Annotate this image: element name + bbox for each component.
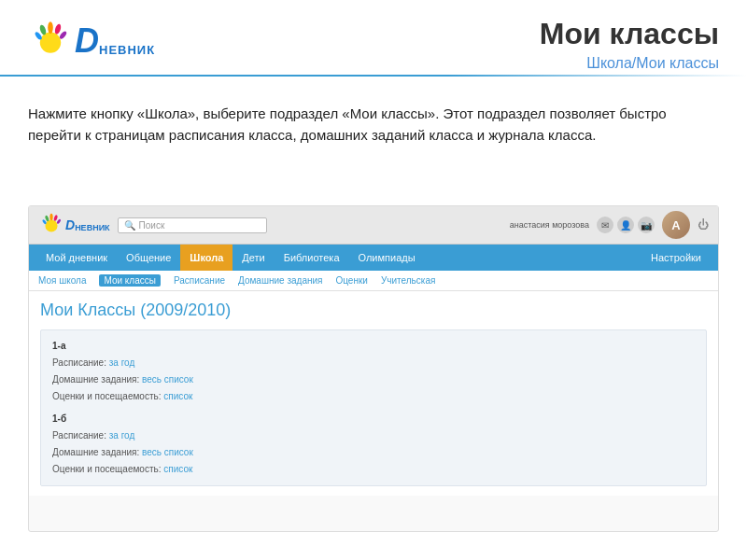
nav-item-school[interactable]: Школа bbox=[180, 245, 233, 271]
sub-nav: Моя школа Мои классы Расписание Домашние… bbox=[29, 271, 718, 291]
logo-area: D невник bbox=[28, 19, 155, 63]
sub-nav-teacher[interactable]: Учительская bbox=[381, 275, 435, 286]
user-icon[interactable]: 👤 bbox=[617, 217, 634, 233]
user-icons-group: ✉ 👤 📷 bbox=[597, 217, 655, 233]
svg-point-0 bbox=[40, 32, 61, 52]
browser-user-area: анастасия морозова ✉ 👤 📷 А ⏻ bbox=[510, 211, 709, 239]
logo-text: D невник bbox=[75, 21, 155, 61]
class-1b-schedule: Расписание: за год bbox=[52, 427, 695, 444]
class-1a-homework: Домашние задания: весь список bbox=[52, 371, 695, 388]
description-text: Нажмите кнопку «Школа», выберите подразд… bbox=[28, 103, 719, 147]
browser-logo-icon bbox=[38, 212, 64, 238]
class-1a-header: 1-а bbox=[52, 338, 695, 355]
browser-nevnik: невник bbox=[75, 223, 109, 232]
user-avatar[interactable]: А bbox=[662, 211, 690, 239]
title-area: Мои классы Школа/Мои классы bbox=[355, 0, 747, 81]
svg-point-9 bbox=[53, 215, 58, 221]
sub-nav-homework[interactable]: Домашние задания bbox=[238, 275, 322, 286]
subtitle: Школа/Мои классы bbox=[374, 55, 719, 72]
svg-point-6 bbox=[45, 219, 57, 231]
class-1b-header: 1-б bbox=[52, 411, 695, 427]
class-1a-schedule: Расписание: за год bbox=[52, 355, 695, 371]
browser-navbar: D невник 🔍 Поиск анастасия морозова ✉ 👤 … bbox=[29, 206, 718, 245]
class-1b-schedule-link[interactable]: за год bbox=[109, 430, 135, 441]
sub-nav-myschool[interactable]: Моя школа bbox=[38, 275, 86, 286]
class-1a-grades-link[interactable]: список bbox=[163, 391, 192, 401]
mail-icon[interactable]: ✉ bbox=[597, 217, 613, 233]
class-1b-grades: Оценки и посещаемость: список bbox=[52, 461, 695, 478]
nav-spacer bbox=[425, 245, 641, 271]
content-title: Мои Классы (2009/2010) bbox=[40, 301, 707, 320]
search-icon: 🔍 bbox=[124, 220, 135, 231]
class-1a-grades: Оценки и посещаемость: список bbox=[52, 388, 695, 405]
class-1b-homework-link[interactable]: весь список bbox=[142, 447, 193, 457]
class-1b-homework: Домашние задания: весь список bbox=[52, 444, 695, 461]
browser-search-box[interactable]: 🔍 Поиск bbox=[118, 217, 267, 233]
nav-item-settings[interactable]: Настройки bbox=[641, 245, 711, 271]
logo-nevnik-text: невник bbox=[99, 43, 155, 57]
browser-d-letter: D bbox=[65, 217, 75, 232]
classes-box: 1-а Расписание: за год Домашние задания:… bbox=[40, 329, 707, 486]
class-1b-grades-link[interactable]: список bbox=[163, 464, 192, 474]
nav-item-social[interactable]: Общение bbox=[117, 245, 180, 271]
sub-nav-schedule[interactable]: Расписание bbox=[174, 275, 225, 286]
main-nav: Мой дневник Общение Школа Дети Библиотек… bbox=[29, 245, 718, 271]
content-area: Мои Классы (2009/2010) 1-а Расписание: з… bbox=[29, 291, 718, 496]
browser-mockup: D невник 🔍 Поиск анастасия морозова ✉ 👤 … bbox=[28, 205, 719, 532]
svg-point-8 bbox=[49, 214, 52, 220]
nav-item-olympiad[interactable]: Олимпиады bbox=[349, 245, 425, 271]
logo-hand-icon bbox=[28, 19, 73, 63]
sub-nav-myclasses[interactable]: Мои классы bbox=[99, 274, 160, 287]
power-icon[interactable]: ⏻ bbox=[698, 218, 709, 231]
nav-item-diary[interactable]: Мой дневник bbox=[36, 245, 117, 271]
svg-point-2 bbox=[48, 21, 53, 34]
header-divider bbox=[0, 75, 747, 77]
photo-icon[interactable]: 📷 bbox=[638, 217, 655, 233]
svg-point-3 bbox=[54, 23, 63, 35]
search-placeholder: Поиск bbox=[139, 220, 165, 231]
nav-item-library[interactable]: Библиотека bbox=[275, 245, 349, 271]
main-title: Мои классы bbox=[374, 17, 719, 51]
nav-item-kids[interactable]: Дети bbox=[233, 245, 274, 271]
user-name-display: анастасия морозова bbox=[510, 220, 589, 230]
browser-logo: D невник bbox=[38, 212, 110, 238]
class-1a-schedule-link[interactable]: за год bbox=[109, 357, 135, 368]
sub-nav-grades[interactable]: Оценки bbox=[335, 275, 367, 286]
logo-d-letter: D bbox=[75, 21, 99, 61]
class-1a-homework-link[interactable]: весь список bbox=[142, 374, 193, 385]
